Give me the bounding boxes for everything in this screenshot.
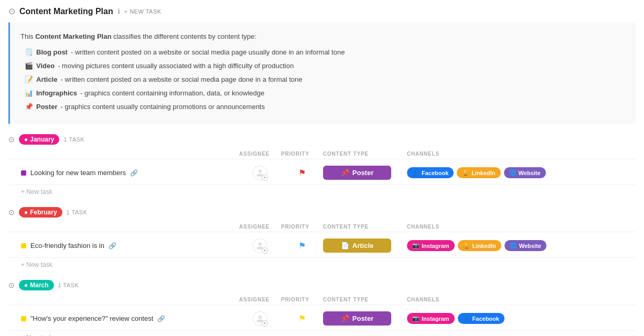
article-icon: 📝	[25, 74, 33, 85]
task-title: Eco-friendly fashion is in	[30, 242, 104, 250]
col-header-4: CHANNELS	[407, 224, 564, 230]
content-type-cell: 📄 Article	[323, 239, 407, 253]
task-name: Eco-friendly fashion is in 🔗	[8, 242, 239, 250]
section-dot-icon: ●	[24, 281, 28, 289]
table-header-march: ASSIGNEEPRIORITYCONTENT TYPECHANNELS	[8, 295, 636, 305]
section-label-text: February	[30, 209, 57, 216]
content-type-cell: 📌 Poster	[323, 166, 407, 180]
channel-linkedin[interactable]: 🏆 LinkedIn	[457, 167, 500, 178]
description-bold: Content Marketing Plan	[35, 32, 111, 40]
col-header-4: CHANNELS	[407, 151, 564, 157]
col-header-1: ASSIGNEE	[239, 224, 281, 230]
assignee-avatar[interactable]: +	[253, 239, 267, 253]
channel-linkedin[interactable]: 🏆 LinkedIn	[458, 240, 501, 251]
website-icon: 🌐	[509, 169, 517, 176]
page-title: Content Marketing Plan	[19, 7, 113, 16]
priority-flag[interactable]: ⚑	[298, 241, 306, 251]
section-toggle-february[interactable]: ⊙	[8, 208, 15, 216]
assignee-avatar[interactable]: +	[253, 166, 267, 180]
col-header-1: ASSIGNEE	[239, 151, 281, 157]
section-label-march[interactable]: ● March	[19, 280, 54, 290]
facebook-icon: 👤	[412, 169, 420, 176]
table-header-february: ASSIGNEEPRIORITYCONTENT TYPECHANNELS	[8, 222, 636, 232]
list-item: 📊 Infographics - graphics content contai…	[25, 88, 625, 99]
task-link-icon[interactable]: 🔗	[130, 169, 138, 177]
new-task-row-march[interactable]: + New task	[8, 331, 636, 336]
col-header-3: CONTENT TYPE	[323, 151, 407, 157]
task-link-icon[interactable]: 🔗	[157, 315, 165, 322]
list-item: 🗒️ Blog post - written content posted on…	[25, 47, 625, 58]
new-task-button[interactable]: + NEW TASK	[124, 8, 162, 15]
priority-cell[interactable]: ⚑	[281, 168, 323, 178]
table-row: Looking for new team members 🔗 + ⚑ 📌 Pos…	[8, 161, 636, 185]
section-count-march: 1 TASK	[58, 282, 79, 288]
content-type-badge[interactable]: 📌 Poster	[323, 166, 391, 180]
assignee-cell[interactable]: +	[239, 166, 281, 180]
channel-instagram[interactable]: 📷 Instagram	[407, 313, 455, 324]
toggle-icon[interactable]: ⊙	[8, 6, 15, 16]
channel-label: Facebook	[473, 316, 499, 322]
priority-cell[interactable]: ⚑	[281, 241, 323, 251]
section-february: ⊙ ● February 1 TASK ASSIGNEEPRIORITYCONT…	[8, 207, 636, 272]
priority-cell[interactable]: ⚑	[281, 313, 323, 323]
section-header-march: ⊙ ● March 1 TASK	[8, 280, 636, 290]
new-task-row-january[interactable]: + New task	[8, 185, 636, 199]
assignee-avatar[interactable]: +	[253, 311, 267, 326]
assignee-add-icon[interactable]: +	[262, 247, 268, 254]
task-color-dot	[21, 316, 26, 321]
task-color-dot	[21, 170, 26, 176]
content-type-label: Poster	[352, 169, 373, 177]
website-icon: 🌐	[510, 242, 517, 249]
table-header-january: ASSIGNEEPRIORITYCONTENT TYPECHANNELS	[8, 149, 636, 159]
content-type-badge[interactable]: 📄 Article	[323, 239, 391, 253]
task-color-dot	[21, 243, 26, 248]
channel-instagram[interactable]: 📷 Instagram	[407, 240, 455, 251]
task-title: Looking for new team members	[30, 169, 126, 177]
task-name: "How's your experience?" review contest …	[8, 315, 239, 322]
facebook-icon: 👤	[463, 315, 470, 322]
col-header-3: CONTENT TYPE	[323, 224, 407, 230]
task-link-icon[interactable]: 🔗	[109, 242, 116, 250]
info-icon[interactable]: ℹ	[117, 7, 120, 15]
section-label-text: March	[30, 281, 48, 289]
section-label-january[interactable]: ● January	[19, 134, 59, 145]
section-count-february: 1 TASK	[67, 209, 88, 215]
instagram-icon: 📷	[412, 242, 420, 249]
section-label-february[interactable]: ● February	[19, 207, 62, 218]
content-type-badge[interactable]: 📌 Poster	[323, 311, 391, 326]
priority-flag[interactable]: ⚑	[298, 168, 306, 178]
channel-facebook[interactable]: 👤 Facebook	[407, 167, 454, 178]
channel-website[interactable]: 🌐 Website	[504, 167, 546, 178]
content-type-icon: 📌	[341, 315, 349, 322]
channel-facebook[interactable]: 👤 Facebook	[458, 313, 505, 324]
table-row: Eco-friendly fashion is in 🔗 + ⚑ 📄 Artic…	[8, 234, 636, 258]
channels-cell: 📷 Instagram 🏆 LinkedIn 🌐 Website	[407, 240, 564, 251]
assignee-cell[interactable]: +	[239, 311, 281, 326]
table-row: "How's your experience?" review contest …	[8, 307, 636, 331]
content-type-icon: 📄	[341, 242, 349, 250]
section-toggle-january[interactable]: ⊙	[8, 135, 15, 144]
section-january: ⊙ ● January 1 TASK ASSIGNEEPRIORITYCONTE…	[8, 134, 636, 199]
section-header-january: ⊙ ● January 1 TASK	[8, 134, 636, 145]
col-header-3: CONTENT TYPE	[323, 297, 407, 302]
assignee-add-icon[interactable]: +	[262, 320, 268, 327]
channels-cell: 👤 Facebook 🏆 LinkedIn 🌐 Website	[407, 167, 564, 178]
col-header-2: PRIORITY	[281, 297, 323, 302]
description-list: 🗒️ Blog post - written content posted on…	[20, 47, 625, 113]
list-item: 📌 Poster - graphics content usually cont…	[25, 101, 625, 113]
section-march: ⊙ ● March 1 TASK ASSIGNEEPRIORITYCONTENT…	[8, 280, 636, 336]
channel-label: LinkedIn	[471, 170, 495, 176]
channel-label: LinkedIn	[473, 243, 496, 249]
new-task-row-february[interactable]: + New task	[8, 258, 636, 272]
list-item: 📝 Article - written content posted on a …	[25, 74, 625, 85]
sections-container: ⊙ ● January 1 TASK ASSIGNEEPRIORITYCONTE…	[8, 134, 636, 336]
task-title: "How's your experience?" review contest	[30, 315, 153, 322]
section-toggle-march[interactable]: ⊙	[8, 281, 15, 289]
channel-website[interactable]: 🌐 Website	[505, 240, 546, 251]
col-header-4: CHANNELS	[407, 297, 564, 302]
priority-flag[interactable]: ⚑	[298, 313, 306, 323]
assignee-cell[interactable]: +	[239, 239, 281, 253]
instagram-icon: 📷	[412, 315, 420, 322]
channel-label: Website	[519, 243, 541, 249]
assignee-add-icon[interactable]: +	[262, 175, 268, 181]
